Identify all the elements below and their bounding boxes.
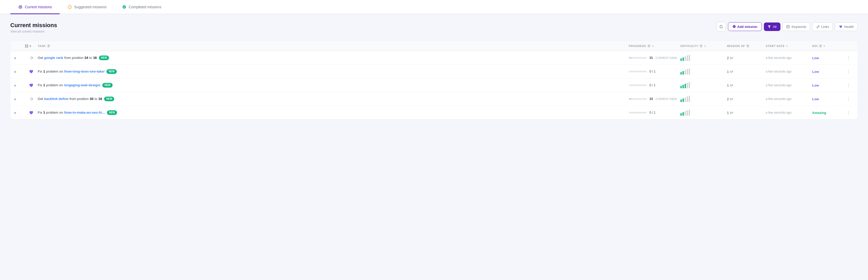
th-progress: PROGRESS ? ⇅	[629, 44, 680, 48]
row1-badge: NEW	[99, 56, 109, 60]
roi-help-icon[interactable]: ?	[819, 44, 822, 48]
row3-task: Fix 1 problem on /engaging-web-design/ N…	[38, 83, 629, 88]
row4-expand[interactable]: ▶	[14, 98, 25, 100]
svg-point-0	[19, 5, 22, 8]
current-missions-icon	[18, 5, 23, 9]
filter-links-icon	[816, 25, 820, 28]
row5-more-button[interactable]: ⋮	[843, 110, 854, 115]
add-mission-label: Add mission	[737, 25, 757, 29]
row5-xp: 1 XP	[727, 111, 766, 115]
difficulty-sort-icon[interactable]: ⇅	[704, 45, 706, 48]
row4-badge: NEW	[104, 97, 114, 101]
row1-progress: 31 CURRENT RANK	[629, 56, 680, 60]
progress-sort-icon[interactable]: ⇅	[652, 45, 654, 48]
svg-rect-9	[25, 44, 26, 46]
suggested-missions-icon: !	[67, 5, 72, 9]
row4-more-button[interactable]: ⋮	[843, 97, 854, 101]
row3-more-button[interactable]: ⋮	[843, 83, 854, 88]
refresh-button[interactable]	[717, 22, 726, 31]
filter-health-button[interactable]: Health	[835, 23, 858, 31]
row3-expand[interactable]: ▶	[14, 84, 25, 87]
row4-roi: Low	[812, 97, 843, 101]
missionxp-help-icon[interactable]: ?	[746, 44, 750, 48]
diff-bar	[685, 56, 686, 61]
diff-bar	[687, 55, 688, 61]
th-startdate: START DATE ⇅	[766, 44, 812, 48]
tab-current-missions[interactable]: Current missions	[10, 0, 60, 14]
tab-suggested-missions[interactable]: ! Suggested missions	[60, 0, 114, 14]
difficulty-help-icon[interactable]: ?	[699, 44, 703, 48]
row5-badge: NEW	[107, 110, 117, 115]
row4-icon	[25, 97, 38, 101]
section-title: Current missions	[10, 22, 57, 29]
row3-badge: NEW	[102, 83, 113, 88]
grid-sort-icon[interactable]: ⇅	[25, 44, 32, 48]
table-header: ⇅ TASK ? PROGRESS ? ⇅ DIFFICULTY ? ⇅ MIS…	[10, 41, 858, 51]
row3-progress-bar-bg	[629, 85, 647, 86]
row2-task: Fix 1 problem on /how-long-does-seo-take…	[38, 69, 629, 74]
row3-difficulty	[680, 82, 727, 88]
missions-table: ⇅ TASK ? PROGRESS ? ⇅ DIFFICULTY ? ⇅ MIS…	[10, 41, 858, 119]
row2-xp: 1 XP	[727, 70, 766, 73]
completed-missions-icon	[122, 5, 127, 9]
action-bar: ⊕ Add mission All	[717, 22, 858, 31]
svg-rect-10	[27, 44, 28, 46]
row1-xp: 2 XP	[727, 56, 766, 60]
tab-completed-missions-label: Completed missions	[129, 5, 161, 9]
progress-help-icon[interactable]: ?	[647, 44, 651, 48]
task-help-icon[interactable]: ?	[47, 44, 51, 48]
row5-icon	[25, 110, 38, 115]
row3-roi: Low	[812, 84, 843, 87]
row5-date: a few seconds ago	[766, 111, 812, 115]
row4-task: Get backlink define from position 30 to …	[38, 97, 629, 101]
startdate-sort-icon[interactable]: ⇅	[786, 45, 788, 48]
row2-progress: 0 / 1	[629, 70, 680, 73]
svg-rect-12	[27, 46, 28, 48]
filter-keywords-button[interactable]: Keywords	[782, 23, 810, 31]
row1-expand[interactable]: ▶	[14, 57, 25, 59]
filter-health-icon	[839, 25, 842, 28]
row1-difficulty	[680, 55, 727, 61]
diff-bar	[683, 57, 684, 61]
diff-bar	[689, 55, 690, 61]
row4-progress-bar-fill	[629, 98, 632, 100]
th-missionxp: MISSION XP ?	[727, 44, 766, 48]
row4-xp: 2 XP	[727, 97, 766, 101]
row4-progress-bar-bg	[629, 98, 647, 100]
table-row: ▶ Fix 1 problem on /how-long-does-seo-ta…	[10, 65, 858, 79]
filter-keywords-label: Keywords	[792, 25, 806, 29]
filter-keywords-icon	[786, 25, 790, 28]
section-header: Current missions View all current missio…	[10, 22, 858, 33]
table-row: ▶ Fix 1 problem on /how-to-make-an-seo-f…	[10, 106, 858, 119]
row2-expand[interactable]: ▶	[14, 70, 25, 73]
filter-links-button[interactable]: Links	[812, 23, 833, 31]
svg-text:!: !	[70, 6, 70, 8]
row4-date: a few seconds ago	[766, 97, 812, 101]
row1-more-button[interactable]: ⋮	[843, 56, 854, 60]
roi-sort-icon[interactable]: ⇅	[823, 45, 826, 48]
row3-date: a few seconds ago	[766, 84, 812, 87]
filter-all-icon	[768, 25, 771, 28]
table-row: ▶ Get google rank from position 24 to 16…	[10, 51, 858, 65]
section-subtitle: View all current missions	[10, 30, 57, 33]
svg-point-4	[123, 5, 126, 9]
row2-badge: NEW	[106, 69, 117, 74]
row5-progress: 0 / 1	[629, 111, 680, 115]
tab-current-missions-label: Current missions	[25, 5, 52, 9]
filter-health-label: Health	[844, 25, 854, 29]
row2-more-button[interactable]: ⋮	[843, 69, 854, 74]
th-task: TASK ?	[38, 44, 629, 48]
row5-roi: Amazing	[812, 111, 843, 115]
row1-roi: Low	[812, 56, 843, 60]
tab-completed-missions[interactable]: Completed missions	[114, 0, 169, 14]
row4-progress: 33 CURRENT RANK	[629, 97, 680, 101]
filter-links-label: Links	[821, 25, 829, 29]
add-mission-button[interactable]: ⊕ Add mission	[728, 22, 762, 31]
row2-progress-bar-bg	[629, 71, 647, 72]
row5-expand[interactable]: ▶	[14, 111, 25, 114]
row2-difficulty	[680, 68, 727, 75]
filter-all-button[interactable]: All	[764, 23, 780, 31]
row2-icon	[25, 69, 38, 74]
svg-point-1	[20, 6, 21, 8]
row4-difficulty	[680, 96, 727, 102]
